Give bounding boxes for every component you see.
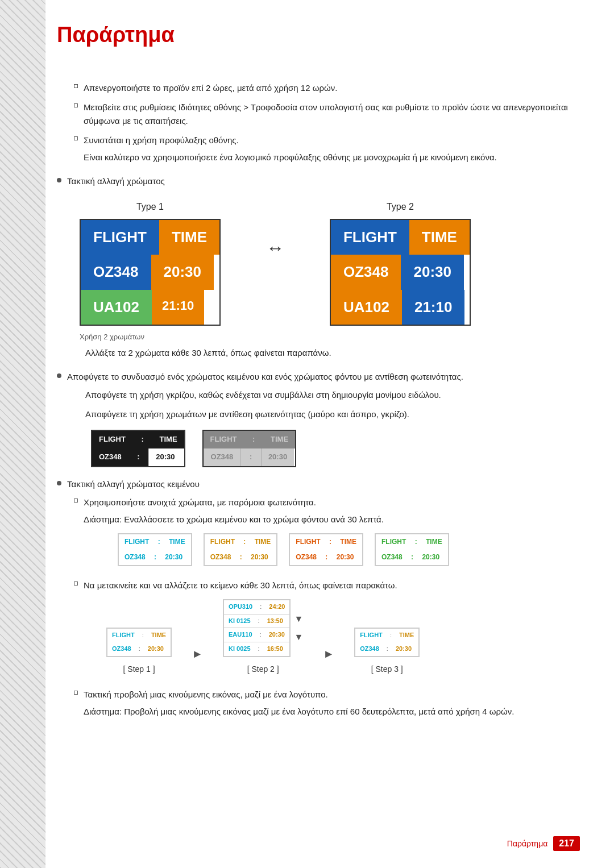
oz-value: OZ348	[204, 448, 240, 466]
bullet-dot-icon	[57, 373, 61, 378]
list-item: Μεταβείτε στις ρυθμίσεις Ιδιότητες οθόνη…	[74, 101, 569, 128]
sep: :	[237, 550, 245, 565]
time3: 20:30	[264, 628, 289, 642]
table-row: OZ348 : 20:30	[119, 550, 191, 565]
flight-label: FLIGHT	[107, 629, 139, 642]
time-label: TIME	[395, 629, 418, 642]
time-label: TIME	[163, 534, 191, 550]
sep: :	[257, 600, 264, 614]
arrow-right-icon: ►	[192, 645, 203, 663]
time1: 24:20	[264, 600, 289, 614]
color-board-yellow: FLIGHT : TIME OZ348 : 20:30	[204, 533, 278, 566]
time-label: TIME	[249, 534, 277, 550]
small-boards-row: FLIGHT : TIME OZ348 : 20:30	[91, 430, 569, 467]
scroll-arrows: ▼ ▼	[294, 612, 303, 644]
oz-value: OZ348	[355, 642, 384, 656]
left-stripe	[0, 0, 45, 868]
time-label: TIME	[153, 431, 184, 448]
table-row: OZ348 : 20:30	[204, 448, 296, 466]
table-row: OZ348 20:30	[81, 255, 219, 290]
time-value: 20:30	[331, 550, 360, 565]
arrow-down-icon: ▼	[294, 630, 303, 645]
oz-value: OZ348	[205, 550, 237, 565]
text-2colors: Αλλάξτε τα 2 χρώματα κάθε 30 λεπτά, όπως…	[85, 346, 569, 360]
time-label: TIME	[264, 431, 295, 448]
type2-section: Type 2 FLIGHT TIME OZ348 20:30 U	[330, 200, 471, 326]
time-header-cell: TIME	[159, 220, 219, 255]
type1-label: Type 1	[136, 200, 164, 214]
table-row: FLIGHT : TIME	[92, 431, 184, 448]
sep: :	[322, 550, 331, 565]
table-row: FLIGHT : TIME	[119, 534, 191, 550]
time-value: 20:30	[159, 550, 188, 565]
time-data-cell: 20:30	[401, 255, 464, 290]
sep: :	[240, 534, 249, 550]
step2-board: OPU310 : 24:20 KI 0125 :	[223, 599, 291, 657]
table-row: KI 0025 : 16:50	[224, 642, 290, 656]
time-header-cell: TIME	[409, 220, 470, 255]
table-row: FLIGHT : TIME	[290, 534, 362, 550]
time-value: 20:30	[245, 550, 274, 565]
table-row: FLIGHT TIME	[81, 220, 219, 255]
step3-board: FLIGHT : TIME OZ348 : 20:30	[354, 628, 420, 657]
table-row: FLIGHT TIME	[331, 220, 470, 255]
indent-contrast: Αποφύγετε τη χρήση χρωμάτων με αντίθεση …	[85, 408, 569, 421]
sep: :	[151, 550, 160, 565]
table-row: EAU110 : 20:30	[224, 628, 290, 642]
table-row: OZ348 : 20:30	[355, 642, 418, 656]
table-row: OZ348 : 20:30	[92, 448, 184, 466]
flight2: KI 0125	[224, 614, 255, 628]
bullet-dot-icon	[74, 582, 78, 585]
sep-value: :	[240, 448, 261, 466]
steps-row: FLIGHT : TIME OZ348 : 20:30	[106, 599, 420, 675]
time-value: 20:30	[261, 448, 294, 466]
bullet-dot-icon	[74, 84, 78, 88]
color-boards-row: FLIGHT : TIME OZ348 : 20:30	[118, 533, 449, 566]
time-data-cell2: 21:10	[152, 290, 204, 325]
table-row: OZ348 20:30	[331, 255, 470, 290]
list-item: Χρησιμοποιήστε ανοιχτά χρώματα, με παρόμ…	[74, 496, 569, 573]
time-data-cell2: 21:10	[402, 290, 465, 325]
flight-label: FLIGHT	[376, 534, 412, 550]
oz-value: OZ348	[107, 642, 136, 656]
list-item: Συνιστάται η χρήση προφύλαξης οθόνης. Εί…	[74, 134, 569, 164]
time-value: 20:30	[143, 642, 168, 656]
flight-label: FLIGHT	[355, 629, 387, 642]
step3-section: FLIGHT : TIME OZ348 : 20:30	[354, 628, 420, 675]
sep: :	[136, 642, 143, 656]
step3-label: [ Step 3 ]	[371, 663, 403, 675]
time4: 16:50	[263, 642, 288, 656]
small-board-dark: FLIGHT : TIME OZ348 : 20:30	[91, 430, 185, 467]
arrow-up-icon: ▼	[294, 612, 303, 626]
table-row: OZ348 : 20:30	[290, 550, 362, 565]
list-item-contrast: Αποφύγετε το συνδυασμό ενός χρώματος κει…	[57, 370, 569, 467]
bullet-dot-icon	[74, 136, 78, 140]
sep: :	[326, 534, 335, 550]
time-label: TIME	[147, 629, 171, 642]
oz-value: OZ348	[376, 550, 408, 565]
type1-section: Type 1 FLIGHT TIME OZ348 20:30 U	[80, 200, 221, 326]
sep: :	[257, 628, 264, 642]
flight-label: FLIGHT	[205, 534, 240, 550]
step-arrow-right2: ►	[320, 645, 337, 663]
sep: :	[139, 629, 147, 642]
flight-data-cell: OZ348	[331, 255, 401, 290]
bullet-dot-icon	[74, 691, 78, 695]
bullet-dot-icon	[57, 178, 61, 182]
flight-header-cell: FLIGHT	[81, 220, 159, 255]
type2-label: Type 2	[387, 200, 414, 214]
list-item-text-color: Τακτική αλλαγή χρώματος κειμένου Χρησιμο…	[57, 477, 569, 719]
page-title: Παράρτημα	[57, 23, 569, 47]
sep-label: :	[132, 431, 153, 448]
time-data-cell: 20:30	[151, 255, 214, 290]
flight-label: FLIGHT	[92, 431, 132, 448]
table-row: UA102 21:10	[331, 290, 470, 325]
step-arrow-right: ►	[189, 645, 206, 663]
sep: :	[387, 629, 395, 642]
swap-arrow-icon: ↔	[266, 234, 284, 263]
flight-board-type2: FLIGHT TIME OZ348 20:30 UA102 21:10	[330, 219, 471, 326]
table-row: FLIGHT : TIME	[205, 534, 277, 550]
flight-data-cell2: UA102	[331, 290, 402, 325]
time-value: 20:30	[148, 448, 181, 466]
sep: :	[412, 534, 420, 550]
